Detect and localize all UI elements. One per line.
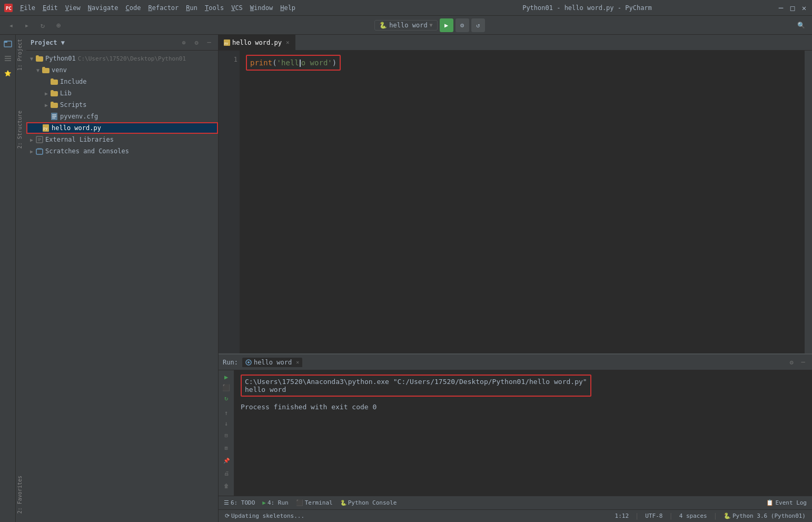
run-layout-btn-2[interactable]: ⊞ (221, 442, 232, 454)
run-console-layout: ▶ ⬛ ↻ ↑ ↓ ⊟ ⊞ 📌 🖨 🗑 C:\U (219, 370, 812, 496)
code-string-hello: 'hell (277, 58, 299, 67)
python-console-icon: 🐍 (340, 500, 346, 506)
project-tree: ▼ Python01 C:\Users\17520\Desktop\Python… (26, 51, 218, 522)
vertical-label-favorites[interactable]: 2: Favorites (16, 471, 26, 518)
project-panel-header: Project ▼ ⊕ ⚙ ─ (26, 35, 218, 51)
console-process-line: Process finished with exit code 0 (241, 403, 806, 411)
todo-label: 6: TODO (231, 499, 255, 506)
toolbar-btn-1[interactable]: ◂ (4, 18, 18, 32)
run-settings-button[interactable]: ⚙ (787, 358, 796, 367)
tree-scripts[interactable]: ▶ Scripts (26, 99, 218, 111)
menu-edit[interactable]: Edit (39, 3, 61, 13)
vertical-label-project[interactable]: 1: Project (16, 35, 26, 75)
structure-sidebar-icon[interactable] (1, 52, 15, 65)
run-layout-btn-1[interactable]: ⊟ (221, 429, 232, 441)
window-title: Python01 - hello word.py - PyCharm (397, 4, 777, 12)
tree-external-libs[interactable]: ▶ External Libraries (26, 134, 218, 145)
run-stop-button[interactable]: ⬛ (221, 383, 232, 392)
run-scroll-up[interactable]: ↑ (221, 408, 232, 418)
menu-refactor[interactable]: Refactor (145, 3, 182, 13)
console-output[interactable]: C:\Users\17520\Anaconda3\python.exe "C:/… (234, 370, 812, 496)
tree-pyvenv[interactable]: ▶ pyvenv.cfg (26, 111, 218, 122)
menu-vcs[interactable]: VCS (228, 3, 246, 13)
run-tab-bar: Run: hello word ✕ ⚙ ─ (219, 354, 812, 370)
vertical-label-structure[interactable]: 2: Structure (16, 106, 26, 153)
todo-icon: ☰ (224, 499, 229, 506)
debug-button[interactable]: ↺ (471, 18, 485, 32)
run-scroll-down[interactable]: ↓ (221, 419, 232, 428)
tree-root[interactable]: ▼ Python01 C:\Users\17520\Desktop\Python… (26, 53, 218, 64)
run-pin-btn[interactable]: 📌 (221, 455, 232, 466)
interpreter-status[interactable]: 🐍 Python 3.6 (Python01) (721, 513, 808, 519)
menu-view[interactable]: View (62, 3, 84, 13)
event-log-icon: 📋 (766, 499, 774, 506)
minimize-button[interactable]: ─ (777, 4, 785, 12)
terminal-button[interactable]: ⬛ Terminal (293, 498, 336, 507)
python-console-button[interactable]: 🐍 Python Console (337, 498, 400, 507)
menu-navigate[interactable]: Navigate (85, 3, 122, 13)
title-bar: PC File Edit View Navigate Code Refactor… (0, 0, 812, 16)
run-configuration[interactable]: 🐍 hello word ▼ (374, 20, 437, 31)
interpreter-text: Python 3.6 (Python01) (732, 513, 806, 519)
menu-file[interactable]: File (17, 3, 38, 13)
maximize-button[interactable]: □ (789, 4, 796, 12)
search-everywhere-button[interactable]: 🔍 (794, 18, 808, 32)
settings-icon[interactable]: ⚙ (192, 38, 201, 47)
run-trash-btn[interactable]: 🗑 (221, 480, 232, 491)
menu-run[interactable]: Run (183, 3, 201, 13)
menu-code[interactable]: Code (123, 3, 144, 13)
build-button[interactable]: ⚙ (455, 18, 469, 32)
toolbar-btn-2[interactable]: ▸ (20, 18, 34, 32)
indent-status[interactable]: 4 spaces (677, 513, 709, 519)
run-tab-hello-word[interactable]: hello word ✕ (242, 358, 302, 367)
python-console-label: Python Console (348, 499, 397, 506)
tree-venv[interactable]: ▼ venv (26, 64, 218, 76)
updating-text: Updating skeletons... (231, 513, 304, 519)
run-button[interactable]: ▶ (440, 18, 453, 32)
code-line-1: print('hello word') (246, 55, 798, 71)
tree-scratches[interactable]: ▶ Scratches and Consoles (26, 145, 218, 157)
editor-tab-hello-word[interactable]: py hello word.py ✕ (219, 35, 295, 50)
event-log-label: Event Log (775, 499, 807, 506)
menu-help[interactable]: Help (277, 3, 299, 13)
vertical-labels: 1: Project 2: Structure 2: Favorites (16, 35, 26, 522)
tree-hello-word[interactable]: ▶ py hello word.py (26, 122, 218, 134)
run-rerun-button[interactable]: ↻ (221, 393, 232, 403)
run-side-controls: ▶ ⬛ ↻ ↑ ↓ ⊟ ⊞ 📌 🖨 🗑 (219, 370, 234, 496)
run-config-name: hello word (389, 22, 427, 29)
app-icon: PC (4, 4, 13, 12)
code-editor[interactable]: print('hello word') (240, 51, 805, 353)
encoding-status[interactable]: UTF-8 (643, 513, 665, 519)
scope-icon[interactable]: ⊕ (179, 38, 189, 47)
tab-close-button[interactable]: ✕ (286, 39, 290, 46)
run-tab-name: hello word (254, 359, 292, 366)
project-sidebar-icon[interactable] (1, 37, 15, 51)
updating-status: ⟳ Updating skeletons... (223, 513, 306, 519)
console-highlight-box: C:\Users\17520\Anaconda3\python.exe "C:/… (241, 375, 591, 397)
console-output-hello: hello word (245, 386, 587, 393)
run-tool-icon: ▶ (262, 499, 266, 506)
run-tab-close[interactable]: ✕ (296, 359, 299, 365)
run-tool-button[interactable]: ▶ 4: Run (259, 498, 291, 507)
position-status[interactable]: 1:12 (613, 513, 631, 519)
code-container: 1 print('hello word') (219, 51, 812, 353)
tree-lib[interactable]: ▶ Lib (26, 87, 218, 99)
todo-button[interactable]: ☰ 6: TODO (221, 498, 258, 507)
tree-include[interactable]: ▶ Include (26, 76, 218, 87)
menu-window[interactable]: Window (247, 3, 276, 13)
run-minimize-button[interactable]: ─ (798, 358, 808, 367)
editor-scrollbar[interactable] (805, 51, 812, 353)
menu-tools[interactable]: Tools (202, 3, 227, 13)
toolbar-btn-3[interactable]: ↻ (36, 18, 49, 32)
event-log-button[interactable]: 📋 Event Log (763, 498, 810, 507)
run-play-button[interactable]: ▶ (221, 372, 232, 382)
include-label: Include (60, 78, 87, 85)
close-button[interactable]: ✕ (800, 4, 808, 12)
window-controls: ─ □ ✕ (777, 4, 808, 12)
svg-text:py: py (224, 41, 229, 45)
favorites-sidebar-icon[interactable]: ⭐ (1, 66, 15, 80)
toolbar-btn-4[interactable]: ⊕ (52, 18, 65, 32)
run-print-btn[interactable]: 🖨 (221, 467, 232, 479)
collapse-icon[interactable]: ─ (204, 38, 214, 47)
top-toolbar: ◂ ▸ ↻ ⊕ 🐍 hello word ▼ ▶ ⚙ ↺ 🔍 (0, 16, 812, 35)
